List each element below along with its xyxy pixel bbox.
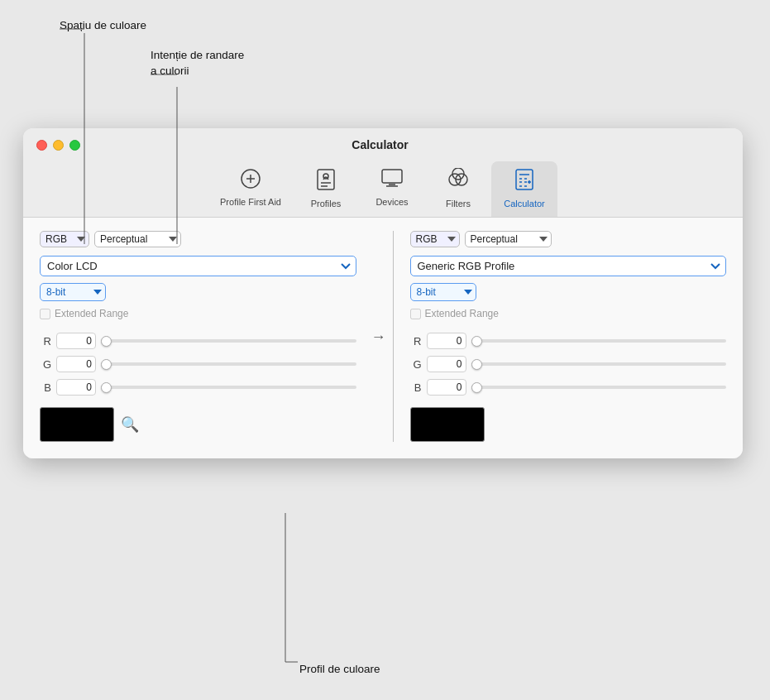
tab-filters[interactable]: Filters — [425, 161, 491, 217]
left-r-track — [101, 335, 356, 347]
right-r-slider[interactable] — [471, 339, 727, 343]
left-r-value[interactable] — [56, 333, 96, 349]
right-rendering-select[interactable]: Perceptual Relative Colorimetric Saturat… — [465, 231, 552, 247]
tab-devices[interactable]: Devices — [359, 161, 425, 217]
main-content: RGB CMYK Lab Perceptual Relative Colorim… — [23, 218, 743, 458]
right-b-slider[interactable] — [471, 386, 727, 389]
right-b-label: B — [410, 381, 422, 394]
left-slider-g: G — [40, 356, 356, 372]
arrow-icon: → — [371, 329, 386, 344]
right-colorspace-select[interactable]: RGB CMYK Lab — [410, 231, 460, 247]
divider: → — [365, 231, 393, 442]
left-bitdepth-select[interactable]: 8-bit 16-bit 32-bit — [40, 283, 106, 301]
profile-first-aid-icon — [240, 168, 261, 194]
profiles-icon — [315, 168, 337, 196]
left-b-label: B — [40, 381, 51, 394]
right-sliders: R G B — [410, 333, 727, 396]
render-intent-annotation: Intenție de randare a culorii — [151, 48, 244, 79]
tab-filters-label: Filters — [446, 199, 471, 209]
left-slider-b: B — [40, 379, 356, 396]
right-r-label: R — [410, 335, 422, 348]
tab-calculator-label: Calculator — [504, 199, 545, 209]
right-extended-range-label: Extended Range — [425, 308, 499, 319]
left-g-label: G — [40, 358, 51, 371]
left-sliders: R G B — [40, 333, 356, 396]
right-bitdepth-select[interactable]: 8-bit 16-bit 32-bit — [410, 283, 476, 301]
left-b-value[interactable] — [56, 379, 96, 396]
right-g-value[interactable] — [427, 356, 466, 372]
left-panel: RGB CMYK Lab Perceptual Relative Colorim… — [40, 231, 365, 442]
right-r-value[interactable] — [427, 333, 466, 349]
left-b-slider[interactable] — [101, 386, 356, 389]
left-r-slider[interactable] — [101, 339, 356, 343]
right-b-track — [471, 381, 727, 393]
left-g-value[interactable] — [56, 356, 96, 372]
left-color-swatch — [40, 407, 114, 442]
right-preview-row — [410, 407, 727, 442]
tab-profile-first-aid-label: Profile First Aid — [220, 197, 281, 207]
calculator-window: Calculator Profile First Aid — [23, 128, 743, 458]
right-extended-range-row: Extended Range — [410, 308, 727, 319]
tab-profiles-label: Profiles — [311, 199, 342, 209]
calculator-icon — [514, 168, 535, 196]
right-top-controls: RGB CMYK Lab Perceptual Relative Colorim… — [410, 231, 727, 247]
tab-calculator[interactable]: Calculator — [491, 161, 557, 217]
svg-rect-8 — [382, 170, 402, 183]
magnify-icon[interactable]: 🔍 — [121, 415, 139, 434]
left-profile-select[interactable]: Color LCD Generic RGB Profile — [40, 256, 356, 276]
right-slider-r: R — [410, 333, 727, 349]
left-slider-r: R — [40, 333, 356, 349]
right-slider-b: B — [410, 379, 727, 396]
right-slider-g: G — [410, 356, 727, 372]
right-profile-select[interactable]: Generic RGB Profile Color LCD — [410, 256, 727, 276]
titlebar: Calculator Profile First Aid — [23, 128, 743, 218]
left-r-label: R — [40, 335, 51, 348]
right-color-swatch — [410, 407, 485, 442]
filters-icon — [447, 168, 470, 196]
left-rendering-select[interactable]: Perceptual Relative Colorimetric Saturat… — [94, 231, 181, 247]
right-b-value[interactable] — [427, 379, 466, 396]
right-extended-range-checkbox[interactable] — [410, 309, 421, 319]
left-b-track — [101, 381, 356, 393]
right-g-track — [471, 358, 727, 370]
right-r-track — [471, 335, 727, 347]
left-extended-range-label: Extended Range — [55, 308, 128, 319]
toolbar: Profile First Aid Profiles — [200, 161, 566, 217]
color-space-annotation: Spațiu de culoare — [60, 18, 146, 34]
devices-icon — [380, 168, 404, 194]
tab-devices-label: Devices — [375, 197, 408, 207]
left-g-track — [101, 358, 356, 370]
left-extended-range-checkbox[interactable] — [40, 309, 50, 319]
left-g-slider[interactable] — [101, 362, 356, 366]
left-extended-range-row: Extended Range — [40, 308, 356, 319]
right-panel: RGB CMYK Lab Perceptual Relative Colorim… — [393, 231, 727, 442]
window-title: Calculator — [31, 138, 729, 151]
right-g-label: G — [410, 358, 422, 371]
tab-profile-first-aid[interactable]: Profile First Aid — [208, 161, 293, 217]
left-colorspace-select[interactable]: RGB CMYK Lab — [40, 231, 89, 247]
tab-profiles[interactable]: Profiles — [293, 161, 359, 217]
color-profile-annotation: Profil de culoare — [299, 662, 380, 678]
left-top-controls: RGB CMYK Lab Perceptual Relative Colorim… — [40, 231, 356, 247]
right-g-slider[interactable] — [471, 362, 727, 366]
left-preview-row: 🔍 — [40, 407, 356, 442]
